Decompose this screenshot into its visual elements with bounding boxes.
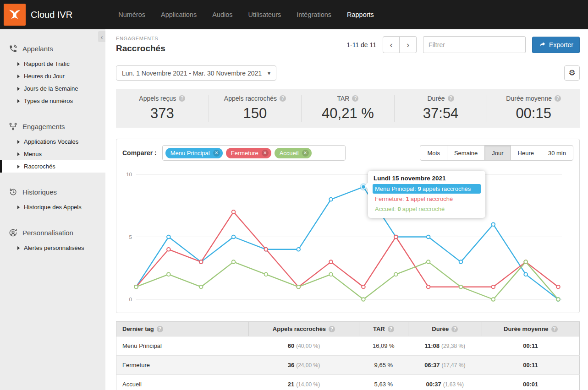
cell-calls: 21(14,00 %) [249,375,359,390]
compare-tags-input[interactable]: Menu Principal × Fermeture × Accueil × [162,145,346,161]
sidebar-section-personnalisation: Personnalisation Alertes personnalisées [0,225,105,254]
cell-tar: 9,65 % [359,356,408,375]
nav-applications[interactable]: Applications [161,11,197,18]
sidebar-item-label: Heures du Jour [24,73,65,80]
cell-calls-value: 36 [288,362,294,368]
help-icon[interactable]: ? [352,95,358,102]
stat-label: Durée ? [395,95,487,102]
compare-label: Comparer : [122,149,157,157]
nav-numeros[interactable]: Numéros [118,11,145,18]
help-icon[interactable]: ? [157,326,163,332]
sidebar-item-types-de-numeros[interactable]: Types de numéros [0,95,105,107]
sidebar-item-label: Menus [24,151,42,157]
personalization-icon [8,228,17,237]
export-button[interactable]: Exporter [532,37,580,53]
cell-calls-value: 21 [288,381,294,388]
cell-duration-value: 00:37 [426,381,441,388]
sidebar-collapse-button[interactable]: ‹ [98,31,105,42]
sidebar-item-historique-des-appels[interactable]: Historique des Appels [0,201,105,213]
caret-right-icon [17,87,20,91]
caret-right-icon [17,99,20,103]
engagement-line-chart[interactable]: 0510 [122,167,566,307]
column-label: TAR [373,325,385,332]
tooltip-series-label: Fermeture: [375,195,404,202]
stat-label-text: TAR [337,95,350,102]
cell-tag: Accueil [116,375,249,390]
sidebar-item-alertes-personnalisees[interactable]: Alertes personnalisées [0,242,105,254]
caret-right-icon [17,206,20,209]
collapse-chevron-icon: ‹ [101,33,103,41]
sidebar-item-raccroches[interactable]: Raccrochés [0,160,105,173]
col-tar: TAR? [359,322,408,336]
tag-chip-menu-principal[interactable]: Menu Principal × [165,148,223,158]
sidebar-item-menus[interactable]: Menus [0,148,105,160]
col-appels-raccroches: Appels raccrochés? [249,322,359,336]
settings-button[interactable]: ⚙ [564,65,580,81]
nav-integrations[interactable]: Intégrations [297,11,331,18]
sidebar-item-jours-de-la-semaine[interactable]: Jours de la Semaine [0,82,105,95]
table-row-menu-principal[interactable]: Menu Principal 60(40,00 %) 16,09 % 11:08… [116,336,580,356]
remove-tag-icon[interactable]: × [302,150,309,157]
help-icon[interactable]: ? [555,95,561,102]
sidebar-item-rapport-de-trafic[interactable]: Rapport de Trafic [0,58,105,70]
cell-duration-pct: (29,38 %) [441,343,465,349]
tag-chip-accueil[interactable]: Accueil × [275,148,312,158]
breadcrumb: ENGAGEMENTS [116,36,165,41]
sidebar-item-applications-vocales[interactable]: Applications Vocales [0,135,105,148]
sidebar-item-label: Applications Vocales [24,138,78,145]
nav-rapports[interactable]: Rapports [347,11,374,18]
help-icon[interactable]: ? [388,326,394,332]
nav-audios[interactable]: Audios [212,11,232,18]
main-content: ENGAGEMENTS Raccrochés 1-11 de 11 ‹ › Ex… [105,29,588,390]
granularity-30min-button[interactable]: 30 min [541,145,573,161]
filter-input[interactable] [423,36,526,53]
chevron-left-icon: ‹ [390,40,392,50]
table-row-accueil[interactable]: Accueil 21(14,00 %) 5,63 % 00:37(1,63 %)… [116,375,580,390]
svg-text:10: 10 [126,172,132,177]
phone-volume-icon [8,44,17,53]
logo-bird-icon [7,7,22,22]
pager-next-button[interactable]: › [400,36,417,53]
tooltip-series-label: Menu Principal: [375,185,416,192]
help-icon[interactable]: ? [179,95,185,102]
page-header: ENGAGEMENTS Raccrochés 1-11 de 11 ‹ › Ex… [116,36,580,54]
column-label: Dernier tag [122,325,154,332]
cell-calls: 36(24,00 %) [249,356,359,375]
granularity-semaine-button[interactable]: Semaine [447,145,485,161]
help-icon[interactable]: ? [551,326,558,332]
caret-right-icon [17,165,20,168]
tooltip-suffix: appel raccroché [411,195,453,202]
help-icon[interactable]: ? [451,326,458,332]
tag-chip-fermeture[interactable]: Fermeture × [226,148,271,158]
col-duree: Durée? [408,322,482,336]
help-icon[interactable]: ? [280,95,286,102]
caret-right-icon [17,246,20,250]
stat-value: 00:15 [487,105,580,122]
granularity-heure-button[interactable]: Heure [511,145,541,161]
cell-duration: 06:37(17,47 %) [408,356,482,375]
sidebar-item-heures-du-jour[interactable]: Heures du Jour [0,70,105,82]
remove-tag-icon[interactable]: × [262,150,269,157]
pager-prev-button[interactable]: ‹ [383,36,400,53]
cell-tag: Fermeture [116,356,249,375]
page-title: Raccrochés [116,43,165,54]
sidebar-section-label: Appelants [22,45,53,53]
tag-chip-label: Menu Principal [170,150,210,157]
sidebar-section-label: Historiques [22,188,57,196]
granularity-mois-button[interactable]: Mois [420,145,447,161]
remove-tag-icon[interactable]: × [213,150,220,157]
nav-utilisateurs[interactable]: Utilisateurs [248,11,281,18]
help-icon[interactable]: ? [448,95,454,102]
stat-tar: TAR ? 40,21 % [302,95,395,122]
sidebar-section-header: Personnalisation [0,225,105,240]
stat-value: 150 [209,105,302,122]
table-row-fermeture[interactable]: Fermeture 36(24,00 %) 9,65 % 06:37(17,47… [116,356,580,375]
stat-label-text: Durée moyenne [506,95,552,102]
help-icon[interactable]: ? [329,326,335,332]
export-button-label: Exporter [549,41,573,49]
sidebar-item-label: Rapport de Trafic [24,60,70,67]
date-range-select[interactable]: Lun. 1 Novembre 2021 - Mar. 30 Novembre … [116,65,276,81]
chevron-right-icon: › [407,40,409,50]
granularity-jour-button[interactable]: Jour [484,145,511,161]
app-logo[interactable] [4,4,26,26]
